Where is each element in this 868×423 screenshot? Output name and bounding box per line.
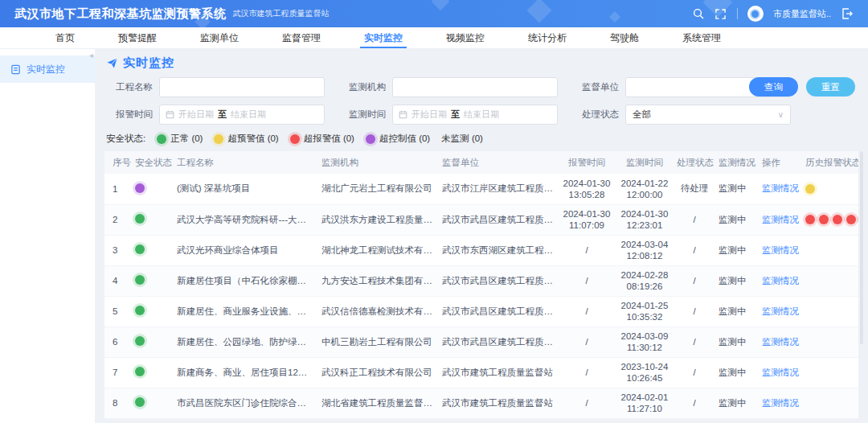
search-icon[interactable] xyxy=(692,7,705,20)
alarm-time-range-picker[interactable]: 开始日期 至 结束日期 xyxy=(159,105,325,125)
history-dots xyxy=(805,215,855,224)
calendar-icon xyxy=(399,110,407,119)
project-name-cell: 武汉光环商业综合体项目 xyxy=(174,235,318,265)
supervisor-unit-cell: 武汉市建筑工程质量监督站 xyxy=(439,357,558,388)
column-header: 监测情况 xyxy=(715,151,759,174)
handle-state-cell: / xyxy=(674,265,715,296)
column-header: 监测时间 xyxy=(616,151,674,174)
fullscreen-icon[interactable] xyxy=(714,7,727,20)
safety-status-cell xyxy=(132,388,174,418)
monitor-situation-cell: 监测中 xyxy=(715,174,759,204)
safety-status-dot xyxy=(135,306,145,315)
column-header: 序号 xyxy=(104,151,132,174)
monitor-org-cell: 中机三勘岩土工程有限公司 xyxy=(318,326,439,357)
table-row: 2武汉大学高等研究院科研---大学高等...武汉洪东方建设工程质量检测有限...… xyxy=(104,204,858,235)
project-name-cell: 新建居住、公园绿地、防护绿地项目（... xyxy=(174,326,318,357)
monitor-situation-cell: 监测中 xyxy=(715,326,759,357)
monitor-detail-link[interactable]: 监测情况 xyxy=(762,368,799,377)
monitor-time-cell: 2024-01-2510:35:32 xyxy=(616,296,674,326)
start-date-placeholder: 开始日期 xyxy=(411,109,447,121)
chevron-down-icon: ∨ xyxy=(778,110,784,119)
nav-item-7[interactable]: 驾驶舱 xyxy=(588,27,661,48)
alarm-time-cell: / xyxy=(558,296,616,326)
search-button[interactable]: 查询 xyxy=(749,77,798,97)
monitor-org-cell: 武汉洪东方建设工程质量检测有限... xyxy=(318,204,439,235)
monitor-time-range-picker[interactable]: 开始日期 至 结束日期 xyxy=(392,105,558,125)
nav-item-0[interactable]: 首页 xyxy=(34,27,96,48)
nav-item-1[interactable]: 预警提醒 xyxy=(96,27,178,48)
table-body: 1(测试) 深基坑项目湖北广元岩土工程有限公司武汉市江岸区建筑工程质量监督站20… xyxy=(104,174,858,418)
sidebar-item-realtime-monitor[interactable]: 实时监控 xyxy=(0,55,95,83)
row-index: 1 xyxy=(104,174,132,204)
monitor-situation-cell: 监测中 xyxy=(715,296,759,326)
project-name-cell: 新建居住项目（中石化徐家棚地块） xyxy=(174,265,318,296)
project-name-label: 工程名称 xyxy=(106,81,153,93)
table-row: 1(测试) 深基坑项目湖北广元岩土工程有限公司武汉市江岸区建筑工程质量监督站20… xyxy=(104,174,858,204)
handle-state-select[interactable]: 全部 ∨ xyxy=(625,105,791,125)
operation-cell: 监测情况 xyxy=(759,357,802,388)
supervisor-unit-cell: 武汉市江岸区建筑工程质量监督站 xyxy=(439,174,558,204)
monitor-detail-link[interactable]: 监测情况 xyxy=(762,183,799,193)
history-alarm-cell xyxy=(802,235,858,265)
safety-status-dot xyxy=(135,275,145,285)
nav-item-5[interactable]: 视频监控 xyxy=(424,27,506,48)
legend-dot xyxy=(157,134,166,144)
monitor-detail-link[interactable]: 监测情况 xyxy=(762,276,799,285)
paper-plane-icon xyxy=(106,57,118,69)
monitor-table: 序号安全状态工程名称监测机构监督单位报警时间监测时间处理状态监测情况操作历史报警… xyxy=(104,151,858,419)
table-row: 6新建居住、公园绿地、防护绿地项目（...中机三勘岩土工程有限公司武汉市武昌区建… xyxy=(104,326,858,357)
nav-item-3[interactable]: 监督管理 xyxy=(260,27,342,48)
nav-item-4[interactable]: 实时监控 xyxy=(342,27,424,48)
safety-status-cell xyxy=(132,174,174,204)
history-alarm-cell xyxy=(802,326,858,357)
monitor-situation-cell: 监测中 xyxy=(715,235,759,265)
alarm-time-cell: 2024-01-3013:05:28 xyxy=(558,174,616,204)
history-alarm-cell xyxy=(802,174,858,204)
monitor-detail-link[interactable]: 监测情况 xyxy=(762,215,799,224)
monitor-time-cell: 2024-01-3012:23:01 xyxy=(616,204,674,235)
monitor-org-cell: 九方安达工程技术集团有限责任公司 xyxy=(318,265,439,296)
logout-icon[interactable] xyxy=(841,7,854,20)
monitor-detail-link[interactable]: 监测情况 xyxy=(762,337,799,347)
range-separator: 至 xyxy=(218,109,227,121)
filter-form: 工程名称 监测机构 监督单位 报警时间 开始日期 至 xyxy=(104,77,858,125)
legend-label: 超控制值 (0) xyxy=(379,133,430,145)
history-alarm-cell xyxy=(802,265,858,296)
monitor-detail-link[interactable]: 监测情况 xyxy=(762,306,799,316)
monitor-time-cell: 2024-02-0111:27:10 xyxy=(616,388,674,418)
row-index: 4 xyxy=(104,265,132,296)
handle-state-cell: / xyxy=(674,357,715,388)
user-name[interactable]: 市质量监督站.. xyxy=(773,8,831,20)
monitor-time-label: 监测时间 xyxy=(339,109,386,121)
monitor-situation-cell: 监测中 xyxy=(715,204,759,235)
alarm-time-cell: / xyxy=(558,326,616,357)
column-header: 工程名称 xyxy=(174,151,318,174)
nav-item-8[interactable]: 系统管理 xyxy=(661,27,743,48)
nav-item-6[interactable]: 统计分析 xyxy=(506,27,588,48)
safety-status-dot xyxy=(135,397,145,407)
monitor-detail-link[interactable]: 监测情况 xyxy=(762,398,799,408)
project-name-cell: (测试) 深基坑项目 xyxy=(174,174,318,204)
handle-state-cell: / xyxy=(674,326,715,357)
legend-item-1: 超预警值 (0) xyxy=(214,133,278,145)
safety-status-dot xyxy=(135,367,145,376)
handle-state-label: 处理状态 xyxy=(572,109,619,121)
supervisor-unit-cell: 武汉市武昌区建筑工程质量监督站 xyxy=(439,265,558,296)
column-header: 历史报警状态 xyxy=(802,151,858,174)
sidebar-collapse-icon[interactable]: ◂ xyxy=(89,51,93,60)
avatar[interactable] xyxy=(747,6,764,22)
monitor-time-cell: 2023-10-2410:26:45 xyxy=(616,357,674,388)
history-alarm-cell xyxy=(802,388,858,418)
monitor-detail-link[interactable]: 监测情况 xyxy=(762,245,799,255)
end-date-placeholder: 结束日期 xyxy=(464,109,499,121)
monitor-situation-cell: 监测中 xyxy=(715,265,759,296)
handle-state-cell: / xyxy=(674,235,715,265)
nav-item-2[interactable]: 监测单位 xyxy=(178,27,260,48)
table-row: 4新建居住项目（中石化徐家棚地块）九方安达工程技术集团有限责任公司武汉市武昌区建… xyxy=(104,265,858,296)
project-name-input[interactable] xyxy=(159,77,325,97)
history-alarm-cell xyxy=(802,204,858,235)
reset-button[interactable]: 重置 xyxy=(806,77,855,97)
monitor-org-input[interactable] xyxy=(392,77,558,97)
project-name-cell: 新建居住、商业服务业设施、加油加气... xyxy=(174,296,318,326)
scrollbar[interactable] xyxy=(860,151,863,344)
